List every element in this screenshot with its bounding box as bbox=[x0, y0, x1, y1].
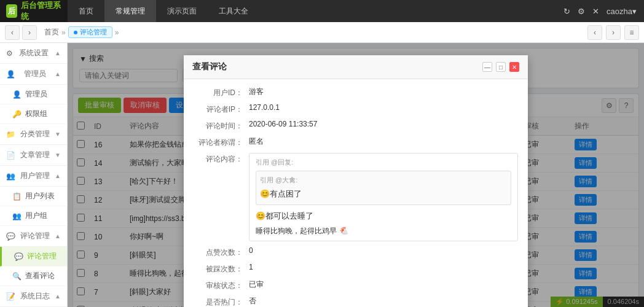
breadcrumb-sep2: » bbox=[115, 28, 119, 37]
sidebar-admin-label: 管理员 bbox=[24, 69, 46, 79]
sidebar-section-comment-header[interactable]: 💬 评论管理 ▲ bbox=[0, 226, 67, 247]
modal-userid-value: 游客 bbox=[249, 87, 518, 97]
modal-field-ip: 评论者IP： 127.0.0.1 bbox=[194, 103, 518, 115]
sidebar-section-category: 📁 分类管理 ▼ bbox=[0, 124, 67, 145]
sidebar-comment-label: 评论管理 bbox=[20, 231, 50, 241]
content-line2: 😊都可以去睡了 bbox=[256, 210, 511, 223]
modal-content-value: 引用 @回复: 引用 @大禽: 😊有点困了 😊都可以去睡了 睡得比狗晚，起得比鸡… bbox=[249, 153, 518, 241]
breadcrumb-current: 评论管理 bbox=[80, 28, 107, 37]
sidebar-item-view-comment[interactable]: 🔍 查看评论 bbox=[0, 266, 67, 286]
users-icon: 👥 bbox=[6, 172, 15, 181]
comment-icon: 💬 bbox=[6, 232, 15, 241]
content-line1: 😊有点困了 bbox=[260, 188, 507, 201]
next-tab-btn[interactable]: › bbox=[606, 25, 621, 40]
comment2-icon: 💬 bbox=[14, 252, 23, 261]
collapse-arrow7: ▲ bbox=[55, 293, 61, 300]
sidebar-comment-manage-label: 评论管理 bbox=[27, 251, 57, 262]
sidebar-usergroup-label: 用户组 bbox=[25, 211, 47, 221]
app-title: 后台管理系统 bbox=[21, 0, 61, 22]
modal-time-value: 2020-06-09 11:33:57 bbox=[249, 120, 518, 128]
prev-tab-btn[interactable]: ‹ bbox=[587, 25, 602, 40]
modal-ip-value: 127.0.0.1 bbox=[249, 103, 518, 112]
modal-minimize-btn[interactable]: — bbox=[482, 62, 492, 72]
modal-field-content: 评论内容： 引用 @回复: 引用 @大禽: 😊有点困了 😊都可以 bbox=[194, 153, 518, 241]
nav-tools[interactable]: 工具大全 bbox=[208, 0, 259, 22]
sidebar-section-system-header[interactable]: ⚙ 系统设置 ▲ bbox=[0, 43, 67, 64]
nav-home[interactable]: 首页 bbox=[68, 0, 104, 22]
modal-dislikes-label: 被踩次数： bbox=[194, 263, 249, 274]
breadcrumb-bar: ‹ › 首页 » 评论管理 » ‹ › ≡ bbox=[0, 22, 644, 43]
collapse-arrow: ▲ bbox=[55, 50, 61, 56]
breadcrumb-home[interactable]: 首页 bbox=[44, 27, 59, 37]
sidebar-system-label: 系统设置 bbox=[19, 48, 49, 58]
ref-label: 引用 @回复: bbox=[256, 158, 293, 166]
group-icon: 👥 bbox=[12, 212, 22, 220]
tab-menu-btn[interactable]: ≡ bbox=[624, 25, 639, 40]
sidebar-item-permission[interactable]: 🔑 权限组 bbox=[0, 104, 67, 124]
user-name[interactable]: caozha▾ bbox=[607, 7, 637, 16]
modal-field-anonymous: 评论者称谓： 匿名 bbox=[194, 136, 518, 148]
folder-icon: 📁 bbox=[6, 130, 15, 139]
gear-icon: ⚙ bbox=[6, 49, 13, 58]
chicken-emoji: 🐔 bbox=[339, 225, 348, 237]
article-icon: 📄 bbox=[6, 151, 15, 160]
list-icon: 📋 bbox=[12, 192, 22, 201]
breadcrumb-items: 首页 » 评论管理 » bbox=[44, 26, 119, 38]
content-line3: 睡得比狗晚，起得比鸡早 bbox=[256, 225, 337, 237]
modal-header-btns: — □ ✕ bbox=[482, 62, 519, 72]
top-nav: 后 后台管理系统 首页 常规管理 演示页面 工具大全 ↻ ⚙ ✕ caozha▾ bbox=[0, 0, 644, 22]
modal-field-hot: 是否热门： 否 bbox=[194, 296, 518, 307]
main-layout: ⚙ 系统设置 ▲ 👤 管理员 ▲ 👤 管理员 🔑 权限组 📁 分 bbox=[0, 43, 644, 307]
sidebar-section-admin-header[interactable]: 👤 管理员 ▲ bbox=[0, 64, 67, 85]
sidebar-item-admin[interactable]: 👤 管理员 bbox=[0, 85, 67, 104]
top-nav-right: ↻ ⚙ ✕ caozha▾ bbox=[564, 7, 644, 16]
close-icon[interactable]: ✕ bbox=[592, 7, 599, 16]
modal-time-label: 评论时间： bbox=[194, 120, 249, 131]
logo-icon: 后 bbox=[6, 4, 17, 18]
sidebar-section-comment: 💬 评论管理 ▲ 💬 评论管理 🔍 查看评论 bbox=[0, 226, 67, 286]
sidebar-section-category-header[interactable]: 📁 分类管理 ▼ bbox=[0, 124, 67, 145]
refresh-icon[interactable]: ↻ bbox=[564, 7, 570, 16]
collapse-arrow5: ▲ bbox=[55, 173, 61, 179]
breadcrumb-forward-btn[interactable]: › bbox=[22, 25, 37, 40]
sidebar-section-user-header[interactable]: 👥 用户管理 ▲ bbox=[0, 166, 67, 187]
nav-management[interactable]: 常规管理 bbox=[104, 0, 156, 22]
user-icon: 👤 bbox=[12, 90, 22, 99]
top-nav-menu: 首页 常规管理 演示页面 工具大全 bbox=[68, 0, 259, 22]
breadcrumb-back-btn[interactable]: ‹ bbox=[5, 25, 20, 40]
sidebar-item-usergroup[interactable]: 👥 用户组 bbox=[0, 206, 67, 226]
modal-field-userid: 用户ID： 游客 bbox=[194, 87, 518, 98]
nav-demo[interactable]: 演示页面 bbox=[156, 0, 208, 22]
admin-icon: 👤 bbox=[6, 70, 15, 79]
sidebar-item-userlist[interactable]: 📋 用户列表 bbox=[0, 187, 67, 206]
sidebar-permission-label: 权限组 bbox=[25, 109, 47, 119]
breadcrumb-sep: » bbox=[61, 28, 66, 37]
sidebar-user-label: 用户管理 bbox=[20, 171, 50, 181]
sidebar-section-article: 📄 文章管理 ▼ bbox=[0, 145, 67, 166]
search2-icon: 🔍 bbox=[12, 272, 22, 281]
modal-dislikes-value: 1 bbox=[249, 263, 518, 271]
key-icon: 🔑 bbox=[12, 110, 22, 119]
sidebar-section-article-header[interactable]: 📄 文章管理 ▼ bbox=[0, 145, 67, 166]
collapse-arrow3: ▼ bbox=[55, 131, 61, 138]
modal-field-dislikes: 被踩次数： 1 bbox=[194, 263, 518, 274]
collapse-arrow2: ▲ bbox=[55, 71, 61, 77]
modal-likes-value: 0 bbox=[249, 246, 518, 255]
modal-audit-label: 审核状态： bbox=[194, 279, 249, 291]
collapse-arrow6: ▲ bbox=[55, 233, 61, 239]
view-comment-modal: 查看评论 — □ ✕ 用户ID： 游客 评论者IP： 127.0.0.1 bbox=[184, 55, 528, 307]
modal-overlay: 查看评论 — □ ✕ 用户ID： 游客 评论者IP： 127.0.0.1 bbox=[68, 43, 644, 307]
ref-big-label: 引用 @大禽: bbox=[260, 175, 507, 186]
sidebar-userlist-label: 用户列表 bbox=[25, 191, 55, 201]
modal-anonymous-label: 评论者称谓： bbox=[194, 136, 249, 148]
modal-maximize-btn[interactable]: □ bbox=[496, 62, 506, 72]
modal-userid-label: 用户ID： bbox=[194, 87, 249, 98]
modal-field-likes: 点赞次数： 0 bbox=[194, 246, 518, 258]
sidebar-view-comment-label: 查看评论 bbox=[25, 271, 55, 281]
sidebar-section-log-header[interactable]: 📝 系统日志 ▲ bbox=[0, 286, 67, 307]
modal-close-btn[interactable]: ✕ bbox=[509, 62, 519, 72]
settings-icon[interactable]: ⚙ bbox=[578, 7, 585, 16]
content-area: ▼ 搜索 搜索按钮 重置 批量审核 取消审核 设为热门 取消热门 ⚙ bbox=[68, 43, 644, 307]
collapse-arrow4: ▼ bbox=[55, 152, 61, 158]
sidebar-item-comment-manage[interactable]: 💬 评论管理 bbox=[0, 247, 67, 266]
